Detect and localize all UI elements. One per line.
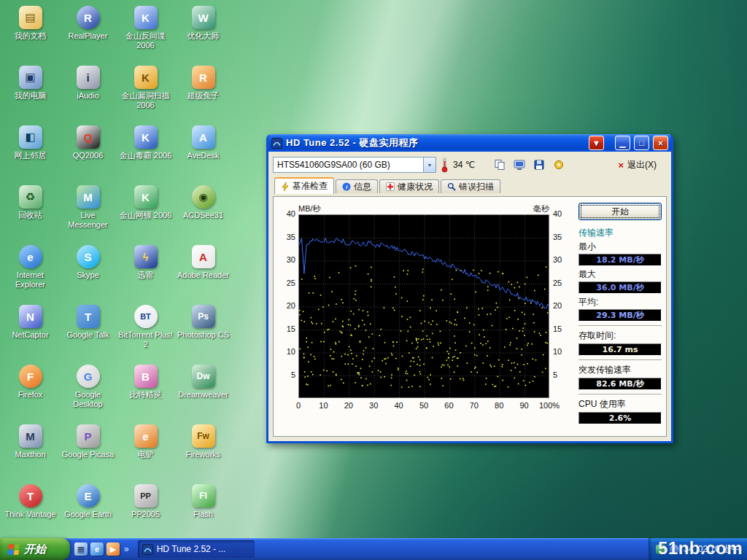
desktop-icon-label: 比特精灵 bbox=[130, 390, 162, 400]
quicklaunch-show-desktop-icon[interactable]: ▦ bbox=[74, 542, 88, 556]
window-titlebar[interactable]: HD Tune 2.52 - 硬盘实用程序 ▼ ▁ □ × bbox=[268, 134, 671, 152]
download-update-button[interactable]: ▼ bbox=[589, 136, 604, 150]
benchmark-plot-area bbox=[298, 214, 549, 398]
desktop-icon-kingsoft-scan[interactable]: K金山漏洞扫描 2006 bbox=[117, 63, 174, 122]
desktop-icon-emule[interactable]: e电驴 bbox=[117, 421, 174, 481]
desktop-icon-label: NetCaptor bbox=[12, 330, 48, 340]
x-axis-tick: 60 bbox=[444, 401, 453, 410]
tab-strip: 基准检查i信息健康状况错误扫描 bbox=[273, 177, 667, 193]
watermark: 51nb.com bbox=[658, 538, 743, 559]
desktop-icon-internet-explorer[interactable]: eInternet Explorer bbox=[2, 242, 59, 302]
desktop-icon-google-picasa[interactable]: PGoogle Picasa bbox=[60, 421, 117, 481]
screenshot-button[interactable] bbox=[511, 157, 528, 173]
desktop-icon-label: Skype bbox=[77, 271, 99, 280]
tab-benchmark[interactable]: 基准检查 bbox=[274, 177, 334, 194]
desktop-icon-qq2006[interactable]: QQQ2006 bbox=[60, 122, 117, 182]
desktop-icon-google-talk[interactable]: TGoogle Talk bbox=[60, 302, 117, 362]
y-axis-tick-right: 30 bbox=[553, 255, 562, 264]
desktop-icon-my-documents[interactable]: ▤我的文档 bbox=[2, 3, 59, 63]
x-axis-tick: 20 bbox=[344, 401, 353, 410]
desktop-icon-label: Firefox bbox=[18, 390, 43, 400]
y-axis-tick-right: 40 bbox=[553, 209, 562, 218]
desktop-icon-realplayer[interactable]: RRealPlayer bbox=[60, 3, 117, 63]
y-axis-unit-right: 毫秒 bbox=[533, 203, 549, 214]
desktop-icon-skype[interactable]: SSkype bbox=[60, 242, 117, 302]
bittorrent-plus-icon: BT bbox=[134, 305, 158, 328]
desktop-icon-label: 电驴 bbox=[138, 450, 154, 459]
toolbar: HTS541060G9SA00 (60 GB) ▼ 34 ℃ × 退出(X) bbox=[273, 155, 667, 174]
options-button[interactable] bbox=[550, 157, 568, 173]
tab-error-scan[interactable]: 错误扫描 bbox=[441, 179, 500, 193]
desktop-icon-label: Internet Explorer bbox=[3, 271, 58, 289]
my-documents-icon: ▤ bbox=[19, 6, 42, 29]
desktop-icon-bitspirit[interactable]: B比特精灵 bbox=[117, 362, 174, 421]
desktop-icon-think-vantage[interactable]: TThink Vantage bbox=[2, 481, 59, 541]
desktop-icon-label: 网上邻居 bbox=[15, 151, 47, 160]
desktop-icon-acdsee[interactable]: ◉ACDSee31 bbox=[175, 182, 232, 242]
minimize-button[interactable]: ▁ bbox=[615, 136, 630, 150]
desktop-icon-iaudio[interactable]: iiAudio bbox=[60, 63, 117, 122]
desktop-icon-firefox[interactable]: FFirefox bbox=[2, 362, 59, 421]
quicklaunch-media-player-icon[interactable]: ▶ bbox=[107, 542, 120, 556]
results-panel: 开始 传输速率最小18.2 MB/秒最大36.0 MB/秒平均:29.3 MB/… bbox=[577, 203, 665, 433]
desktop-icon-photoshop-cs[interactable]: PsPhotoshop CS bbox=[175, 302, 232, 362]
desktop-icon-kingsoft-duba[interactable]: K金山毒霸 2006 bbox=[117, 122, 174, 182]
bitspirit-icon: B bbox=[134, 365, 158, 388]
desktop-icon-kingsoft-antispy[interactable]: K金山反间谍 2006 bbox=[117, 3, 174, 63]
tab-label: 健康状况 bbox=[398, 181, 433, 193]
thunder-icon: ϟ bbox=[134, 245, 158, 268]
result-label: 最大 bbox=[578, 268, 662, 281]
kingsoft-antispy-icon: K bbox=[134, 6, 158, 29]
quicklaunch-more-chevron[interactable]: » bbox=[123, 544, 131, 554]
benchmark-chart: MB/秒 毫秒 40403535303025252020151510105501… bbox=[278, 203, 573, 433]
desktop-icon-label: 超级兔子 bbox=[187, 91, 220, 101]
desktop-icon-network-places[interactable]: ◧网上邻居 bbox=[2, 122, 59, 182]
desktop-icon-recycle-bin[interactable]: ♻回收站 bbox=[2, 182, 59, 242]
result-value: 2.6% bbox=[578, 412, 662, 424]
chevron-down-icon[interactable]: ▼ bbox=[423, 158, 436, 172]
desktop-icon-pp2005[interactable]: PPPP2005 bbox=[117, 481, 174, 541]
flash-icon: Fl bbox=[192, 484, 215, 508]
desktop-icon-youhua-dashi[interactable]: W优化大师 bbox=[175, 3, 232, 63]
desktop-icon-label: 优化大师 bbox=[187, 31, 220, 41]
desktop-icon-fireworks[interactable]: FwFireworks bbox=[175, 421, 232, 481]
desktop-icon-bittorrent-plus[interactable]: BTBitTorrent Plus! 2 bbox=[117, 302, 174, 362]
copy-button[interactable] bbox=[491, 157, 508, 173]
start-button[interactable]: 开始 bbox=[0, 538, 70, 560]
skype-icon: S bbox=[77, 245, 100, 268]
desktop-icon-label: 回收站 bbox=[18, 211, 42, 220]
taskbar-task-hdtune[interactable]: HD Tune 2.52 - ... bbox=[138, 540, 255, 558]
tab-info[interactable]: i信息 bbox=[336, 179, 378, 193]
desktop-icon-my-computer[interactable]: ▣我的电脑 bbox=[2, 63, 59, 122]
y-axis-tick-left: 40 bbox=[278, 209, 295, 218]
desktop-icon-kingsoft-netguard[interactable]: K金山网镖 2006 bbox=[117, 182, 174, 242]
close-button[interactable]: × bbox=[653, 136, 668, 150]
google-talk-icon: T bbox=[77, 305, 100, 328]
desktop-icon-label: Think Vantage bbox=[4, 510, 55, 519]
internet-explorer-icon: e bbox=[19, 245, 42, 268]
desktop-icon-super-rabbit[interactable]: R超级兔子 bbox=[175, 63, 232, 122]
save-button[interactable] bbox=[530, 157, 548, 173]
desktop-icon-google-desktop[interactable]: GGoogle Desktop bbox=[60, 362, 117, 421]
start-benchmark-button[interactable]: 开始 bbox=[578, 203, 662, 220]
desktop-icon-google-earth[interactable]: EGoogle Earth bbox=[60, 481, 117, 541]
y-axis-unit-left: MB/秒 bbox=[298, 203, 321, 214]
desktop-icon-maxthon[interactable]: MMaxthon bbox=[2, 421, 59, 481]
quicklaunch-internet-explorer-icon[interactable]: e bbox=[90, 542, 104, 556]
desktop-icon-netcaptor[interactable]: NNetCaptor bbox=[2, 302, 59, 362]
desktop-icon-adobe-reader[interactable]: AAdobe Reader bbox=[175, 242, 232, 302]
tab-health[interactable]: 健康状况 bbox=[379, 179, 439, 193]
desktop-icon-label: Flash bbox=[193, 510, 213, 519]
exit-button[interactable]: × 退出(X) bbox=[611, 156, 664, 174]
netcaptor-icon: N bbox=[19, 305, 42, 328]
hdtune-window: HD Tune 2.52 - 硬盘实用程序 ▼ ▁ □ × HTS541060G… bbox=[266, 134, 673, 443]
desktop-icon-dreamweaver[interactable]: DwDreamweaver bbox=[175, 362, 232, 421]
result-value: 36.0 MB/秒 bbox=[578, 281, 662, 294]
drive-select[interactable]: HTS541060G9SA00 (60 GB) ▼ bbox=[273, 157, 436, 173]
maximize-button[interactable]: □ bbox=[634, 136, 649, 150]
desktop-icon-avedesk[interactable]: AAveDesk bbox=[175, 122, 232, 182]
quick-launch-bar: ▦e▶» bbox=[70, 542, 135, 556]
desktop-icon-flash[interactable]: FlFlash bbox=[175, 481, 232, 541]
desktop-icon-thunder[interactable]: ϟ迅雷 bbox=[117, 242, 174, 302]
desktop-icon-live-messenger[interactable]: MLive Messenger bbox=[60, 182, 117, 242]
